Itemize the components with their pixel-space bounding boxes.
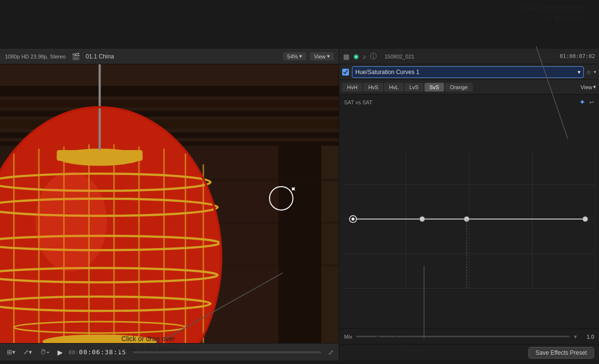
view-dropdown-chevron: ▾	[593, 84, 596, 90]
tab-lvs[interactable]: LvS	[405, 83, 424, 92]
effect-selector-row: Hue/Saturation Curves 1 ▾ ◇ ▾	[339, 64, 599, 80]
eyedropper-button[interactable]: ✦	[579, 97, 585, 107]
clip-title: 01.1 China	[86, 53, 114, 60]
video-frame	[0, 64, 339, 343]
view-label: View	[314, 54, 326, 59]
effect-name-dropdown[interactable]: Hue/Saturation Curves 1 ▾	[352, 66, 584, 78]
video-area	[0, 64, 339, 343]
inspector-timecode: 01:00:07:02	[560, 53, 595, 59]
svg-rect-2	[0, 86, 339, 96]
layout-button[interactable]: ⊞▾	[5, 347, 18, 357]
svg-rect-4	[0, 111, 339, 116]
view-dropdown-label: View	[580, 84, 592, 90]
viewer-header: 1080p HD 23.98p, Stereo 🎬 01.1 China 54%…	[0, 49, 339, 64]
view-chevron: ▾	[327, 53, 330, 59]
app-container: 1080p HD 23.98p, Stereo 🎬 01.1 China 54%…	[0, 49, 599, 361]
timecode-prefix: 00:	[69, 350, 79, 355]
tab-hvs[interactable]: HvS	[363, 83, 383, 92]
tab-svs[interactable]: SvS	[425, 83, 444, 92]
expand-button[interactable]: ⤢	[328, 348, 334, 356]
effect-dropdown-chevron: ▾	[578, 69, 580, 76]
clapper-icon: 🎬	[72, 53, 80, 60]
clip-filename: 150802_021	[385, 54, 414, 59]
curve-label: SAT vs SAT	[344, 99, 372, 105]
view-dropdown-button[interactable]: View ▾	[310, 52, 334, 60]
filmstrip-icon: ▦	[343, 53, 349, 60]
keyframe-diamond-icon[interactable]: ◇	[587, 69, 591, 75]
info-icon: ⓘ	[370, 52, 377, 61]
annotation-eyedropper-line2: for the curve.	[544, 14, 584, 22]
speed-button[interactable]: ⏱▾	[38, 347, 52, 357]
zoom-dropdown-button[interactable]: 54% ▾	[283, 52, 306, 60]
viewer-zoom-controls: 54% ▾ View ▾	[283, 52, 334, 60]
svg-rect-9	[278, 146, 321, 343]
curve-svg	[343, 110, 595, 328]
effect-nav-chevron[interactable]: ▾	[594, 69, 596, 75]
curve-canvas-container	[343, 110, 595, 328]
inspector-header: ▦ ◉ ♪ ⓘ 150802_021 01:00:07:02	[339, 49, 599, 64]
effect-enabled-checkbox[interactable]	[342, 69, 349, 76]
annotation-viewer-line1: Click or drag over	[121, 335, 175, 343]
curve-header: SAT vs SAT ✦ ↩	[339, 95, 599, 110]
annotation-viewer-container: Click or drag over a color in the viewer…	[117, 334, 179, 354]
zoom-chevron: ▾	[299, 53, 302, 59]
curve-tabs-bar: HvH HvS HvL LvS SvS Orange View ▾	[339, 80, 599, 95]
mix-value: 1.0	[582, 334, 594, 340]
tab-hvl[interactable]: HvL	[384, 83, 404, 92]
svg-point-57	[420, 216, 425, 221]
svg-rect-27	[57, 150, 143, 161]
svg-point-56	[351, 217, 354, 220]
curve-tools: ✦ ↩	[579, 97, 594, 107]
annotation-control-points-line1: Control points appear	[375, 335, 441, 343]
color-wheel-icon: ◉	[353, 53, 359, 60]
annotation-viewer-line2: a color in the viewer.	[117, 345, 179, 353]
transform-button[interactable]: ⤢▾	[21, 347, 34, 357]
tab-orange[interactable]: Orange	[445, 83, 473, 92]
zoom-value: 54%	[287, 54, 298, 59]
annotation-control-points-line2: on the curve.	[388, 345, 427, 353]
inspector-panel: ▦ ◉ ♪ ⓘ 150802_021 01:00:07:02 Hue/Satur…	[339, 49, 599, 361]
inspector-view-dropdown[interactable]: View ▾	[580, 84, 596, 90]
inspector-icons: ▦ ◉ ♪ ⓘ	[343, 52, 377, 61]
annotation-eyedropper-line1: Click the eyedropper	[522, 4, 584, 12]
speaker-icon: ♪	[363, 53, 366, 60]
curve-area: SAT vs SAT ✦ ↩	[339, 95, 599, 361]
play-button[interactable]: ▶	[56, 347, 65, 357]
tab-hvh[interactable]: HvH	[342, 83, 362, 92]
save-effects-button[interactable]: Save Effects Preset	[528, 347, 594, 359]
viewer-panel: 1080p HD 23.98p, Stereo 🎬 01.1 China 54%…	[0, 49, 339, 361]
mix-label: Mix	[344, 334, 352, 340]
effect-name-label: Hue/Saturation Curves 1	[355, 69, 419, 76]
reset-curve-button[interactable]: ↩	[589, 99, 594, 106]
svg-rect-3	[0, 100, 339, 107]
svg-point-45	[36, 172, 107, 271]
annotation-control-points-container: Control points appear on the curve.	[375, 334, 441, 354]
video-format-info: 1080p HD 23.98p, Stereo	[5, 54, 66, 59]
svg-point-59	[583, 216, 588, 221]
